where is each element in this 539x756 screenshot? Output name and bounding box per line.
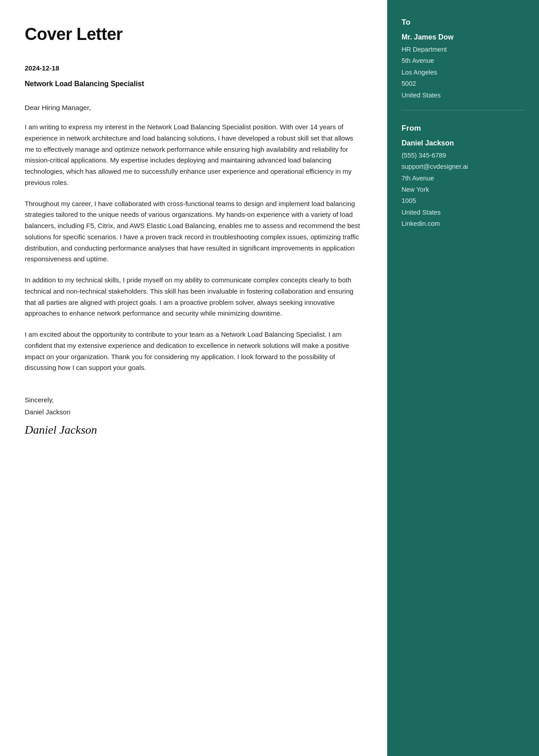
from-name: Daniel Jackson xyxy=(402,139,525,147)
paragraph-4: I am excited about the opportunity to co… xyxy=(25,329,362,374)
to-department: HR Department xyxy=(402,46,447,53)
from-phone: (555) 345-6789 xyxy=(402,152,446,159)
closing-block: Sincerely, Daniel Jackson Daniel Jackson xyxy=(25,394,362,437)
to-street: 5th Avenue xyxy=(402,57,434,64)
paragraph-2: Throughout my career, I have collaborate… xyxy=(25,198,362,265)
to-label: To xyxy=(402,18,525,27)
to-zip: 5002 xyxy=(402,80,416,87)
from-email: support@cvdesigner.ai xyxy=(402,163,468,170)
to-name: Mr. James Dow xyxy=(402,33,525,41)
salutation: Dear Hiring Manager, xyxy=(25,104,362,112)
from-country: United States xyxy=(402,209,441,216)
page-title: Cover Letter xyxy=(25,25,362,44)
sidebar-divider xyxy=(402,110,525,110)
paragraph-3: In addition to my technical skills, I pr… xyxy=(25,275,362,319)
from-city: New York xyxy=(402,186,429,193)
closing-name: Daniel Jackson xyxy=(25,406,362,418)
from-section: From Daniel Jackson (555) 345-6789 suppo… xyxy=(402,124,525,230)
from-details: (555) 345-6789 support@cvdesigner.ai 7th… xyxy=(402,150,525,230)
to-details: HR Department 5th Avenue Los Angeles 500… xyxy=(402,44,525,101)
job-title: Network Load Balancing Specialist xyxy=(25,80,362,88)
main-content: Cover Letter 2024-12-18 Network Load Bal… xyxy=(0,0,387,756)
page: Cover Letter 2024-12-18 Network Load Bal… xyxy=(0,0,539,756)
sidebar: To Mr. James Dow HR Department 5th Avenu… xyxy=(387,0,539,756)
to-city: Los Angeles xyxy=(402,69,437,76)
to-country: United States xyxy=(402,92,441,99)
from-label: From xyxy=(402,124,525,133)
paragraph-1: I am writing to express my interest in t… xyxy=(25,122,362,189)
from-linkedin: Linkedin.com xyxy=(402,220,440,227)
from-street: 7th Avenue xyxy=(402,175,434,182)
date: 2024-12-18 xyxy=(25,64,362,72)
from-zip: 1005 xyxy=(402,197,416,204)
signature: Daniel Jackson xyxy=(25,423,362,437)
closing-text: Sincerely, xyxy=(25,394,362,406)
